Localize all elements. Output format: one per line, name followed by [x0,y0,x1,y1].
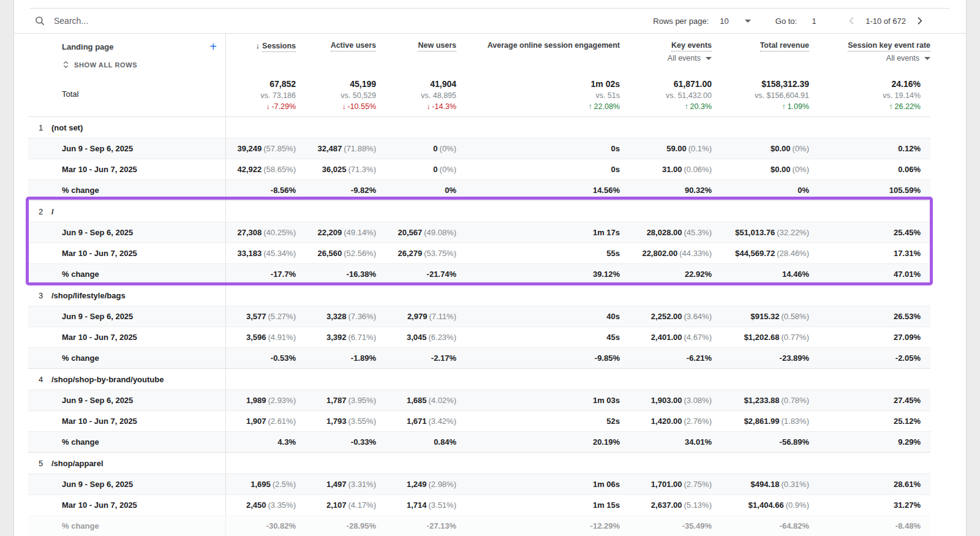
percent-change-cell: -27.13% [376,521,456,530]
metric-cell: $1,202.68(0.77%) [712,333,809,342]
metric-cell: 22,209(49.14%) [296,228,376,237]
metric-cell: 45s [456,333,620,342]
empty-metric-area [226,369,930,390]
metric-cell: 52s [456,417,620,426]
percent-change-cell: -8.56% [226,186,296,195]
metric-cell: 27.09% [809,333,930,342]
table-row[interactable]: 2/ [28,201,930,222]
table-row[interactable]: 5/shop/apparel [28,453,930,474]
metric-cell: 1,793(3.55%) [296,417,376,426]
percent-change-cell: 90.32% [620,186,712,195]
column-header[interactable]: New users [376,34,456,74]
table-row[interactable]: 3/shop/lifestyle/bags [28,285,930,306]
column-header[interactable]: Total revenue [712,34,809,74]
date-range-row: Jun 9 - Sep 6, 20253,577(5.27%)3,328(7.3… [28,306,930,327]
percent-change-row: % change-8.56%-9.82%0%14.56%90.32%0%105.… [28,179,930,200]
percent-change-cell: 4.3% [226,437,296,447]
pct-change-label: % change [28,348,226,368]
percent-change-cell: 39.12% [456,270,620,279]
total-label: Total [28,74,226,116]
search-box[interactable] [34,15,653,26]
total-change-percent: -14.3% [432,102,456,111]
metric-cell: $51,013.76(32.22%) [712,228,809,237]
empty-metric-area [226,201,930,222]
date-range-row: Jun 9 - Sep 6, 20251,695(2.5%)1,497(3.31… [28,474,930,494]
metric-cell: 26.53% [809,312,930,321]
metric-cell: 0(0%) [376,165,456,174]
pct-change-label: % change [28,264,226,284]
pct-change-label: % change [28,180,226,200]
metric-cell: $0.00(0%) [712,144,809,153]
column-header[interactable]: Session key event rate All events [809,34,930,74]
percent-change-cell: 0% [376,186,456,195]
landing-page-value: (not set) [51,123,83,132]
empty-metric-area [226,285,930,306]
change-arrow-icon: ↑ [889,102,893,111]
metric-cell: 1,989(2.93%) [226,396,296,405]
metric-cell: 31.00(0.06%) [620,165,712,174]
percent-change-cell: 9.29% [809,437,930,447]
sort-descending-icon: ↓ [256,41,260,50]
table-row[interactable]: 1(not set) [28,117,930,138]
date-range-label: Mar 10 - Jun 7, 2025 [28,327,226,347]
comparison-table: Landing page + SHOW ALL ROWS ↓Sessions A… [28,34,930,536]
metric-cell: 1,714(3.51%) [376,500,456,510]
date-range-row: Jun 9 - Sep 6, 20251,989(2.93%)1,787(3.9… [28,390,930,410]
metric-cell: 31.27% [809,500,930,510]
metric-cell: $915.32(0.58%) [712,312,809,321]
column-header[interactable]: Key events All events [620,34,712,74]
show-all-rows-button[interactable]: SHOW ALL ROWS [62,60,137,69]
rows-per-page-label: Rows per page: [653,17,709,26]
percent-change-cell: 22.92% [620,270,712,279]
add-dimension-button[interactable]: + [209,41,217,52]
metric-cell: 3,596(4.91%) [226,333,296,342]
pagination-range: 1-10 of 672 [865,17,906,26]
table-row[interactable]: 4/shop/shop-by-brand/youtube [28,369,930,390]
landing-page-value: /shop/apparel [51,459,104,468]
percent-change-cell: 0% [712,186,809,195]
column-header[interactable]: ↓Sessions [226,34,296,74]
date-range-label: Mar 10 - Jun 7, 2025 [28,495,226,515]
total-comparison-value: vs. 19.14% [809,91,921,100]
go-to-input[interactable]: 1 [808,17,820,26]
percent-change-cell: 14.46% [712,270,809,279]
landing-page-value: /shop/lifestyle/bags [51,291,126,300]
dimension-header-label[interactable]: Landing page [62,42,114,51]
date-range-label: Mar 10 - Jun 7, 2025 [28,243,226,263]
events-filter-select[interactable]: All events [668,54,712,62]
landing-page-cell: 2/ [28,201,226,222]
percent-change-row: % change-30.82%-28.95%-27.13%-12.29%-35.… [28,515,930,536]
change-arrow-icon: ↓ [266,102,270,111]
metric-cell: 25.12% [809,417,930,426]
total-metric-cell: $158,312.39 vs. $156,604.91 ↑1.09% [712,74,809,116]
metric-cell: 27.45% [809,396,930,405]
percent-change-cell: -16.38% [296,270,376,279]
column-header-label: New users [418,41,456,51]
rows-per-page-select[interactable]: 10 [720,17,750,26]
column-header[interactable]: Active users [296,34,376,74]
landing-page-cell: 4/shop/shop-by-brand/youtube [28,369,226,390]
metric-cell: 28,028.00(45.3%) [620,228,712,237]
total-metric-cell: 45,199 vs. 50,529 ↓-10.55% [296,74,376,116]
chevron-right-icon [914,16,924,26]
events-filter-select[interactable]: All events [886,54,930,62]
column-header-label: Sessions [262,42,296,52]
column-header[interactable]: Average online session engagement [456,34,620,74]
search-input[interactable] [54,16,311,26]
row-index: 2 [28,207,51,216]
metric-cell: 0s [456,165,620,174]
date-range-label: Jun 9 - Sep 6, 2025 [28,474,226,494]
metric-cell: 0(0%) [376,144,456,153]
search-toolbar: Rows per page: 10 Go to: 1 1-10 of 672 [14,9,966,34]
date-range-label: Mar 10 - Jun 7, 2025 [28,159,226,179]
table-header-row: Landing page + SHOW ALL ROWS ↓Sessions A… [28,34,930,74]
total-comparison-value: vs. 50,529 [296,91,376,100]
row-index: 1 [28,123,51,132]
percent-change-cell: 14.56% [456,186,620,195]
date-range-label: Mar 10 - Jun 7, 2025 [28,411,226,431]
percent-change-cell: -1.89% [296,353,376,363]
total-value: 45,199 [296,79,376,89]
metric-cell: 27,308(40.25%) [226,228,296,237]
next-page-button[interactable] [912,13,927,28]
previous-page-button[interactable] [845,13,859,28]
